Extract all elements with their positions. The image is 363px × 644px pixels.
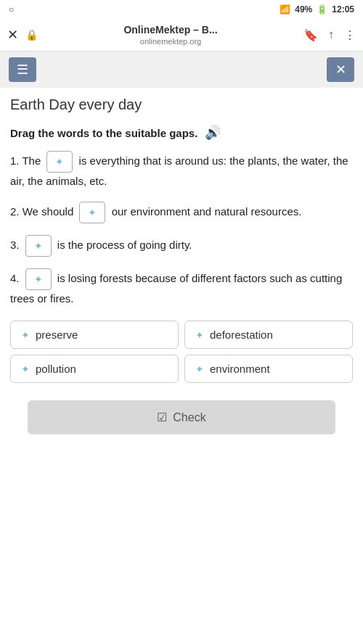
status-bar-right: 📶 49% 🔋 12:05 — [280, 4, 354, 15]
q4-slot-icon: ✦ — [34, 271, 43, 287]
q2-slot-icon: ✦ — [88, 205, 97, 220]
status-circle-icon: ○ — [9, 4, 14, 15]
battery-percent: 49% — [295, 4, 312, 15]
browser-address: OnlineMektep – B... onlinemektep.org — [45, 23, 296, 46]
time-display: 12:05 — [332, 4, 354, 15]
share-icon[interactable]: ↑ — [328, 28, 334, 41]
hamburger-button[interactable]: ☰ — [9, 57, 36, 82]
word-chip-preserve[interactable]: ✦ preserve — [10, 321, 179, 349]
word-chip-environment[interactable]: ✦ environment — [184, 355, 353, 383]
battery-icon: 🔋 — [317, 4, 327, 15]
chip-icon-pollution: ✦ — [21, 363, 30, 375]
word-chip-deforestation[interactable]: ✦ deforestation — [184, 321, 353, 349]
status-bar: ○ 📶 49% 🔋 12:05 — [0, 0, 363, 19]
browser-title: OnlineMektep – B... — [123, 23, 217, 36]
chip-icon-environment: ✦ — [195, 363, 204, 375]
lock-icon: 🔒 — [25, 29, 38, 41]
browser-action-icons: 🔖 ↑ ⋮ — [303, 28, 356, 42]
q3-text-after: is the process of going dirty. — [57, 239, 192, 251]
chip-label-deforestation: deforestation — [210, 329, 273, 341]
chip-icon-preserve: ✦ — [21, 329, 30, 341]
chip-label-pollution: pollution — [36, 363, 76, 375]
check-button[interactable]: ☑ Check — [28, 400, 336, 434]
instruction-row: Drag the words to the suitable gaps. 🔊 — [10, 125, 353, 141]
q4-drop-slot[interactable]: ✦ — [25, 268, 52, 290]
browser-bar: ✕ 🔒 OnlineMektep – B... onlinemektep.org… — [0, 19, 363, 51]
q2-drop-slot[interactable]: ✦ — [79, 202, 105, 223]
question-3: 3. ✦ is the process of going dirty. — [10, 235, 353, 257]
q2-number: 2. We should — [10, 205, 76, 218]
page-title: Earth Day every day — [10, 96, 353, 113]
q1-number: 1. The — [10, 154, 44, 167]
status-bar-left: ○ — [9, 4, 14, 15]
question-4: 4. ✦ is losing forests because of differ… — [10, 268, 353, 307]
more-icon[interactable]: ⋮ — [344, 28, 356, 42]
chip-icon-deforestation: ✦ — [195, 329, 204, 341]
check-label: Check — [173, 411, 205, 424]
word-chip-pollution[interactable]: ✦ pollution — [10, 355, 179, 383]
q2-text-after: our environment and natural resources. — [112, 205, 302, 218]
question-1: 1. The ✦ is everything that is around us… — [10, 151, 353, 190]
close-button[interactable]: ✕ — [327, 57, 354, 82]
q3-drop-slot[interactable]: ✦ — [25, 235, 52, 257]
q4-text-after: is losing forests because of different f… — [10, 272, 342, 305]
word-bank: ✦ preserve ✦ deforestation ✦ pollution ✦… — [10, 321, 353, 383]
questions-list: 1. The ✦ is everything that is around us… — [10, 151, 353, 307]
bookmark-icon[interactable]: 🔖 — [303, 28, 318, 42]
instruction-text: Drag the words to the suitable gaps. — [10, 127, 197, 139]
question-2: 2. We should ✦ our environment and natur… — [10, 202, 353, 223]
browser-close-icon[interactable]: ✕ — [7, 27, 18, 43]
q3-number: 3. — [10, 239, 23, 251]
chip-label-preserve: preserve — [36, 329, 78, 341]
check-icon: ☑ — [157, 410, 167, 424]
q4-number: 4. — [10, 272, 23, 284]
audio-icon[interactable]: 🔊 — [205, 125, 221, 141]
chip-label-environment: environment — [210, 363, 270, 375]
check-button-row: ☑ Check — [10, 400, 353, 434]
content-area: Earth Day every day Drag the words to th… — [0, 88, 363, 463]
q3-slot-icon: ✦ — [34, 238, 43, 254]
q1-drop-slot[interactable]: ✦ — [46, 151, 73, 173]
toolbar: ☰ ✕ — [0, 51, 363, 88]
browser-url: onlinemektep.org — [140, 36, 201, 46]
signal-icon: 📶 — [280, 4, 290, 15]
q1-slot-icon: ✦ — [55, 154, 64, 170]
